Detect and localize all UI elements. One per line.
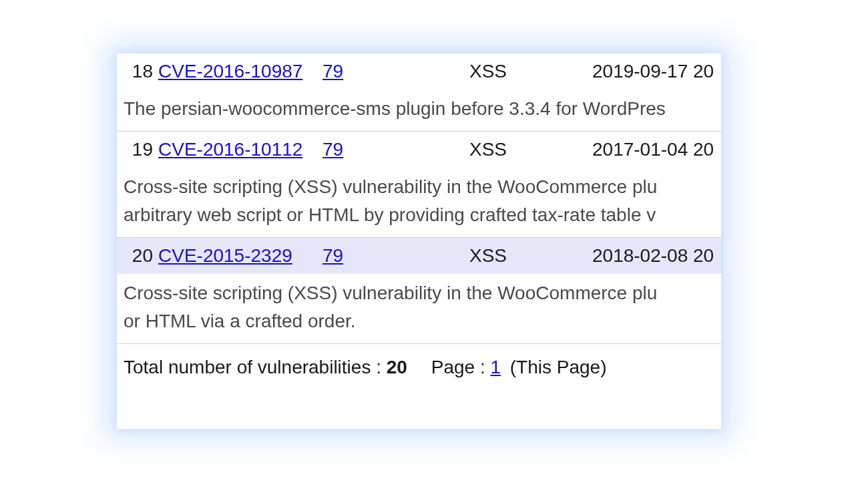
row-index: 18 [124, 57, 153, 86]
vuln-description: Cross-site scripting (XSS) vulnerability… [117, 168, 721, 237]
desc-line: The persian-woocommerce-sms plugin befor… [124, 95, 714, 123]
cwe-id-link[interactable]: 79 [322, 57, 357, 86]
page-label: Page : [431, 357, 485, 377]
desc-line: Cross-site scripting (XSS) vulnerability… [124, 173, 714, 201]
cve-row-head: 19 CVE-2016-10112 79 XSS 2017-01-04 20 [117, 132, 721, 168]
vuln-description: The persian-woocommerce-sms plugin befor… [117, 90, 721, 131]
cve-id-link[interactable]: CVE-2016-10112 [158, 136, 322, 164]
desc-line: or HTML via a crafted order. [124, 307, 714, 335]
desc-line: arbitrary web script or HTML by providin… [124, 201, 714, 229]
vuln-date: 2018-02-08 20 [592, 242, 714, 270]
cve-row-18: 18 CVE-2016-10987 79 XSS 2019-09-17 20 T… [117, 53, 721, 132]
vuln-date: 2017-01-04 20 [592, 136, 714, 164]
cve-id-link[interactable]: CVE-2016-10987 [158, 57, 322, 86]
vuln-description: Cross-site scripting (XSS) vulnerability… [117, 274, 721, 343]
vuln-date: 2019-09-17 20 [592, 57, 714, 86]
page-number-link[interactable]: 1 [490, 357, 501, 377]
cwe-id-link[interactable]: 79 [322, 136, 357, 164]
cve-row-head: 18 CVE-2016-10987 79 XSS 2019-09-17 20 [117, 53, 721, 90]
row-index: 20 [124, 242, 153, 270]
vuln-type: XSS [469, 242, 592, 270]
list-footer: Total number of vulnerabilities : 20 Pag… [117, 344, 721, 385]
cve-id-link[interactable]: CVE-2015-2329 [158, 242, 309, 270]
cve-list-card: 18 CVE-2016-10987 79 XSS 2019-09-17 20 T… [117, 53, 721, 429]
cve-row-20: 20 CVE-2015-2329 79 XSS 2018-02-08 20 Cr… [117, 238, 721, 344]
vuln-type: XSS [469, 136, 592, 164]
vuln-type: XSS [469, 57, 592, 86]
cve-row-head: 20 CVE-2015-2329 79 XSS 2018-02-08 20 [117, 238, 721, 274]
row-index: 19 [124, 136, 153, 164]
cwe-id-link[interactable]: 79 [322, 242, 357, 270]
desc-line: Cross-site scripting (XSS) vulnerability… [124, 279, 714, 307]
this-page-label: (This Page) [510, 357, 607, 377]
total-label: Total number of vulnerabilities : [124, 357, 381, 377]
cve-row-19: 19 CVE-2016-10112 79 XSS 2017-01-04 20 C… [117, 132, 721, 238]
total-value: 20 [387, 357, 407, 377]
